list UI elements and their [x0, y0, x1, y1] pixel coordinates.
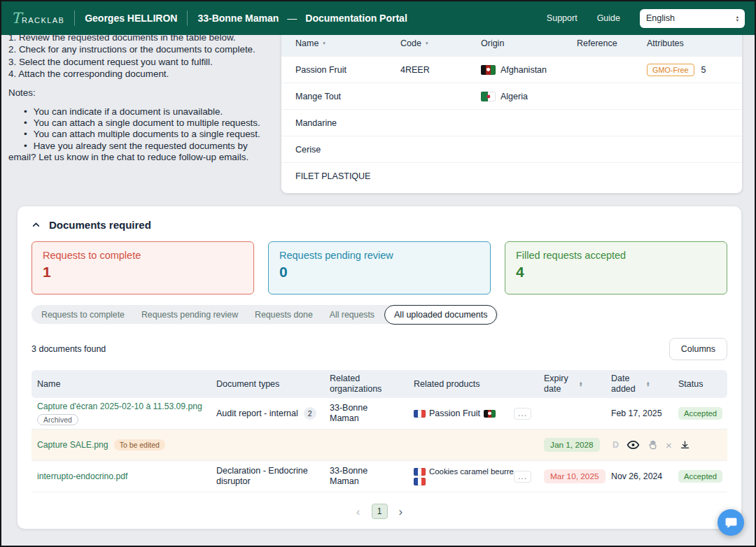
tab-all-requests[interactable]: All requests: [321, 310, 383, 320]
support-link[interactable]: Support: [547, 13, 578, 23]
tab-requests-done[interactable]: Requests done: [246, 310, 321, 320]
stat-requests-to-complete[interactable]: Requests to complete 1: [31, 241, 254, 294]
note-text: You can indicate if a document is unavai…: [34, 106, 223, 117]
language-select[interactable]: English ▴ ▾: [640, 9, 745, 28]
product-name: Mange Tout: [295, 92, 341, 101]
sort-icon: ▴ ▾: [647, 381, 650, 388]
stat-value: 0: [279, 264, 479, 280]
preview-eye-icon[interactable]: [626, 439, 640, 450]
product-name: Cerise: [295, 145, 321, 155]
product-origin: Algeria: [500, 92, 528, 101]
tab-requests-to-complete[interactable]: Requests to complete: [33, 310, 133, 320]
document-link[interactable]: Capture SALE.png: [37, 440, 108, 450]
collapse-chevron-icon[interactable]: [31, 220, 41, 229]
user-name: Georges HELLIRON: [85, 13, 177, 24]
document-row-selected[interactable]: Capture SALE.png To be edited Jan 1, 202…: [31, 429, 727, 461]
stat-label: Requests to complete: [43, 250, 243, 261]
product-row[interactable]: Cerise: [281, 136, 742, 162]
document-link[interactable]: interrupto-endocrino.pdf: [37, 471, 127, 481]
sort-down-glyph: ▾: [647, 384, 650, 388]
top-navbar: T RACKLAB Georges HELLIRON 33-Bonne Mama…: [1, 1, 755, 35]
header-document-types: Document types: [211, 379, 324, 390]
header-label: Code: [400, 38, 421, 48]
stats-row: Requests to complete 1 Requests pending …: [31, 241, 727, 294]
more-products-button[interactable]: ...: [514, 408, 531, 420]
afghanistan-flag-icon: [484, 410, 496, 418]
remove-icon[interactable]: ×: [666, 440, 672, 450]
bullet-icon: •: [24, 118, 27, 128]
instruction-step-4: 4. Attach the corresponding document.: [8, 68, 270, 80]
language-value: English: [646, 13, 675, 23]
instruction-step-2: 2. Check for any instructions or the doc…: [8, 43, 270, 55]
note-item: •You can indicate if a document is unava…: [8, 106, 270, 118]
product-row[interactable]: Mange Tout Algeria: [281, 83, 742, 109]
more-products-button[interactable]: ...: [514, 471, 531, 483]
document-link[interactable]: Capture d'écran 2025-02-10 à 11.53.09.pn…: [37, 402, 211, 411]
bullet-icon: •: [24, 141, 27, 151]
header-label: Date added: [611, 374, 643, 395]
notes-list: •You can indicate if a document is unava…: [8, 106, 270, 164]
product-code: 4REER: [400, 65, 430, 75]
row-actions: D ×: [606, 439, 727, 450]
documents-table-header: Name Document types Related organization…: [31, 370, 727, 398]
sort-icon: ▴ ▾: [580, 381, 582, 388]
products-table-card: Name ▾ Code ▾ Origin Reference Attribute…: [281, 31, 742, 193]
to-be-edited-badge: To be edited: [114, 439, 165, 450]
columns-button[interactable]: Columns: [669, 338, 727, 360]
draft-icon[interactable]: D: [612, 440, 619, 450]
document-type: Declaration - Endocrine disruptor: [216, 466, 324, 487]
algeria-flag-icon: [481, 92, 496, 101]
product-row[interactable]: FILET PLASTIQUE: [281, 162, 742, 189]
instruction-step-3: 3. Select the document request you want …: [8, 56, 270, 68]
stat-requests-pending-review[interactable]: Requests pending review 0: [268, 241, 491, 294]
stat-label: Filled requests accepted: [516, 250, 716, 261]
instructions-panel: 1. Review the requested documents in the…: [8, 31, 270, 164]
drag-hand-icon[interactable]: [648, 439, 658, 450]
stat-filled-requests-accepted[interactable]: Filled requests accepted 4: [505, 241, 727, 294]
results-row: 3 documents found Columns: [31, 338, 727, 360]
gmo-free-badge: GMO-Free: [647, 64, 694, 76]
chat-button[interactable]: [718, 509, 744, 536]
stat-label: Requests pending review: [279, 250, 479, 261]
separator-dash: —: [287, 13, 297, 24]
results-count: 3 documents found: [31, 344, 106, 354]
document-type: Audit report - internal: [216, 409, 298, 419]
product-name: FILET PLASTIQUE: [295, 171, 370, 181]
header-name[interactable]: Name: [31, 379, 211, 389]
sort-icon: ▾: [426, 41, 428, 46]
divider: [74, 10, 75, 26]
products-header-name[interactable]: Name ▾: [281, 38, 400, 48]
header-expiry-date[interactable]: Expiry date ▴ ▾: [538, 374, 606, 395]
previous-page-icon[interactable]: ‹: [356, 506, 360, 518]
document-row[interactable]: Capture d'écran 2025-02-10 à 11.53.09.pn…: [31, 398, 727, 429]
chevron-down-glyph: ▾: [736, 18, 738, 22]
note-text: You can attach a single document to mult…: [34, 118, 260, 128]
date-added: Nov 26, 2024: [606, 471, 673, 481]
date-added: Feb 17, 2025: [606, 409, 673, 418]
tracklab-logo[interactable]: T RACKLAB: [11, 11, 64, 26]
related-organization: 33-Bonne Maman: [330, 466, 372, 487]
tab-all-uploaded-documents[interactable]: All uploaded documents: [384, 305, 497, 325]
header-label: Name: [295, 38, 318, 48]
product-row[interactable]: Passion Fruit 4REER Afghanistan GMO-Free…: [281, 56, 742, 83]
products-header-origin: Origin: [481, 38, 577, 48]
download-icon[interactable]: [680, 439, 690, 450]
product-name: Passion Fruit: [295, 65, 346, 75]
current-page[interactable]: 1: [372, 504, 388, 519]
documents-table: Name Document types Related organization…: [31, 370, 727, 492]
company-name: 33-Bonne Maman: [197, 13, 279, 24]
header-date-added[interactable]: Date added ▴ ▾: [606, 374, 673, 395]
note-item: •You can attach multiple documents to a …: [8, 129, 270, 140]
documents-required-card: Documents required Requests to complete …: [18, 206, 741, 529]
next-page-icon[interactable]: ›: [399, 506, 403, 518]
note-item: •You can attach a single document to mul…: [8, 118, 270, 129]
chevron-updown-icon: ▴ ▾: [736, 15, 738, 22]
document-row[interactable]: interrupto-endocrino.pdf Declaration - E…: [31, 461, 727, 492]
stat-value: 1: [43, 264, 243, 280]
note-text: Have you already sent the requested docu…: [8, 141, 248, 162]
product-row[interactable]: Mandarine: [281, 109, 742, 136]
tab-requests-pending-review[interactable]: Requests pending review: [133, 310, 246, 320]
products-header-code[interactable]: Code ▾: [400, 38, 481, 48]
bullet-icon: •: [24, 106, 27, 117]
guide-link[interactable]: Guide: [597, 13, 620, 23]
